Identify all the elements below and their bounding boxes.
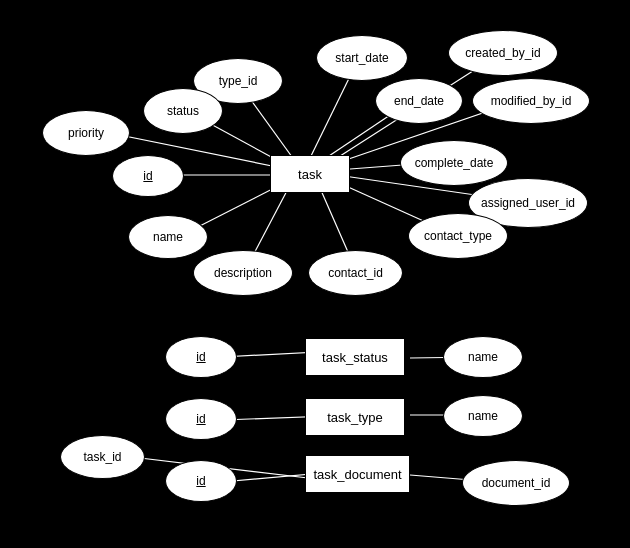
attr-assigned-user-id-label: assigned_user_id <box>481 196 575 210</box>
attr-start-date: start_date <box>316 35 408 81</box>
entity-task: task <box>270 155 350 193</box>
attr-id-document-label: id <box>196 474 205 488</box>
entity-task-status-label: task_status <box>322 350 388 365</box>
entity-task-status: task_status <box>305 338 405 376</box>
attr-complete-date-label: complete_date <box>415 156 494 170</box>
attr-contact-id: contact_id <box>308 250 403 296</box>
attr-contact-type-label: contact_type <box>424 229 492 243</box>
attr-document-id-label: document_id <box>482 476 551 490</box>
entity-task-type: task_type <box>305 398 405 436</box>
attr-modified-by-id-label: modified_by_id <box>491 94 572 108</box>
attr-task-id: task_id <box>60 435 145 479</box>
attr-id-type: id <box>165 398 237 440</box>
entity-task-type-label: task_type <box>327 410 383 425</box>
attr-created-by-id-label: created_by_id <box>465 46 540 60</box>
attr-name-task-label: name <box>153 230 183 244</box>
attr-description-label: description <box>214 266 272 280</box>
entity-task-label: task <box>298 167 322 182</box>
attr-name-status-label: name <box>468 350 498 364</box>
attr-name-type: name <box>443 395 523 437</box>
attr-document-id: document_id <box>462 460 570 506</box>
attr-name-status: name <box>443 336 523 378</box>
attr-modified-by-id: modified_by_id <box>472 78 590 124</box>
attr-name-task: name <box>128 215 208 259</box>
attr-complete-date: complete_date <box>400 140 508 186</box>
attr-contact-id-label: contact_id <box>328 266 383 280</box>
attr-id-status-label: id <box>196 350 205 364</box>
attr-created-by-id: created_by_id <box>448 30 558 76</box>
attr-priority: priority <box>42 110 130 156</box>
attr-status: status <box>143 88 223 134</box>
attr-id-task-label: id <box>143 169 152 183</box>
attr-type-id-label: type_id <box>219 74 258 88</box>
attr-task-id-label: task_id <box>83 450 121 464</box>
entity-task-document-label: task_document <box>313 467 401 482</box>
attr-priority-label: priority <box>68 126 104 140</box>
entity-task-document: task_document <box>305 455 410 493</box>
er-diagram: task task_status task_type task_document… <box>0 0 630 548</box>
attr-id-task: id <box>112 155 184 197</box>
attr-id-status: id <box>165 336 237 378</box>
attr-id-document: id <box>165 460 237 502</box>
attr-description: description <box>193 250 293 296</box>
attr-status-label: status <box>167 104 199 118</box>
attr-name-type-label: name <box>468 409 498 423</box>
attr-id-type-label: id <box>196 412 205 426</box>
attr-start-date-label: start_date <box>335 51 388 65</box>
attr-contact-type: contact_type <box>408 213 508 259</box>
attr-end-date-label: end_date <box>394 94 444 108</box>
attr-end-date: end_date <box>375 78 463 124</box>
